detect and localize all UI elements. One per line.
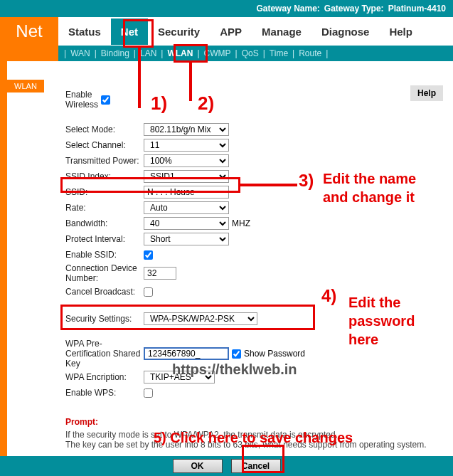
enable-wireless-checkbox[interactable] bbox=[101, 95, 110, 105]
main-nav: Net Status Net Security APP Manage Diagn… bbox=[0, 17, 453, 46]
tab-diagnose[interactable]: Diagnose bbox=[311, 18, 380, 45]
wpa-encryption-label: WPA Encription: bbox=[65, 372, 144, 382]
ssid-index-dropdown[interactable]: SSID1 bbox=[144, 170, 229, 183]
prompt-title: Prompt: bbox=[65, 417, 446, 427]
wlan-badge[interactable]: WLAN bbox=[7, 80, 44, 92]
brand-logo: Net bbox=[0, 17, 58, 46]
enable-wps-label: Enable WPS: bbox=[65, 388, 144, 398]
protect-interval-label: Protect Interval: bbox=[65, 234, 144, 244]
subnav-route[interactable]: Route bbox=[296, 46, 324, 60]
gateway-type-label: Gateway Type: bbox=[324, 4, 384, 14]
subnav-cwmp[interactable]: CWMP bbox=[201, 46, 234, 60]
tab-help[interactable]: Help bbox=[379, 18, 422, 45]
tab-security[interactable]: Security bbox=[148, 18, 210, 45]
subnav-lan[interactable]: LAN bbox=[137, 46, 159, 60]
select-mode-label: Select Mode: bbox=[65, 125, 144, 134]
prompt-block: Prompt: If the security mode is set to W… bbox=[65, 417, 446, 450]
gateway-type-value: Platinum-4410 bbox=[388, 4, 446, 14]
subnav-qos[interactable]: QoS bbox=[239, 46, 262, 60]
rate-label: Rate: bbox=[65, 203, 144, 213]
cancel-broadcast-label: Cancel Broadcast: bbox=[65, 287, 144, 297]
prompt-line1: If the security mode is set to WPA/WPA2,… bbox=[65, 430, 446, 440]
bandwidth-dropdown[interactable]: 40 bbox=[144, 217, 229, 230]
content-area: WLAN Help Enable Wireless Select Mode: 8… bbox=[7, 61, 453, 469]
conn-device-label: Connection Device Number: bbox=[65, 263, 144, 283]
tab-status[interactable]: Status bbox=[58, 18, 111, 45]
subnav-gap bbox=[0, 46, 58, 61]
left-column: WLAN bbox=[7, 61, 58, 469]
top-bar: Gateway Name: Gateway Type: Platinum-441… bbox=[0, 0, 453, 17]
show-password-checkbox[interactable] bbox=[232, 349, 241, 359]
select-channel-dropdown[interactable]: 11 bbox=[144, 139, 229, 152]
select-channel-label: Select Channel: bbox=[65, 140, 144, 150]
tab-strip: Status Net Security APP Manage Diagnose … bbox=[58, 17, 453, 46]
cancel-button[interactable]: Cancel bbox=[231, 459, 281, 473]
select-mode-dropdown[interactable]: 802.11b/g/n Mix bbox=[144, 123, 229, 136]
row-enable-wireless: Enable Wireless bbox=[65, 90, 446, 110]
tab-manage[interactable]: Manage bbox=[252, 18, 311, 45]
subnav-wan[interactable]: WAN bbox=[68, 46, 93, 60]
body: WLAN Help Enable Wireless Select Mode: 8… bbox=[0, 61, 453, 469]
wpa-key-input[interactable] bbox=[144, 347, 229, 360]
bandwidth-unit: MHZ bbox=[232, 218, 250, 228]
tab-app[interactable]: APP bbox=[210, 18, 252, 45]
bottom-bar: OK Cancel bbox=[0, 456, 453, 476]
cancel-broadcast-checkbox[interactable] bbox=[144, 287, 153, 297]
form-zone: Help Enable Wireless Select Mode: 802.11… bbox=[58, 61, 453, 469]
tx-power-dropdown[interactable]: 100% bbox=[144, 154, 229, 167]
ssid-label: SSID: bbox=[65, 187, 144, 197]
rate-dropdown[interactable]: Auto bbox=[144, 201, 229, 214]
protect-interval-dropdown[interactable]: Short bbox=[144, 233, 229, 245]
watermark-url: https://theklweb.in bbox=[172, 361, 297, 378]
bandwidth-label: Bandwidth: bbox=[65, 218, 144, 228]
wpa-key-label: WPA Pre-Certification Shared Key bbox=[65, 339, 144, 369]
enable-ssid-checkbox[interactable] bbox=[144, 250, 153, 260]
enable-wps-checkbox[interactable] bbox=[144, 388, 153, 398]
ssid-input[interactable] bbox=[144, 186, 229, 199]
help-pill[interactable]: Help bbox=[410, 85, 443, 101]
subnav: | WAN | Binding | LAN | WLAN | CWMP | Qo… bbox=[58, 46, 453, 61]
subnav-time[interactable]: Time bbox=[267, 46, 291, 60]
tx-power-label: Transmitted Power: bbox=[65, 156, 144, 166]
subnav-wlan[interactable]: WLAN bbox=[164, 46, 196, 60]
left-orange-strip bbox=[0, 61, 7, 469]
tab-net[interactable]: Net bbox=[111, 18, 148, 45]
enable-ssid-label: Enable SSID: bbox=[65, 250, 144, 260]
enable-wireless-label: Enable Wireless bbox=[65, 90, 101, 110]
security-settings-label: Security Settings: bbox=[65, 314, 144, 324]
prompt-line2: The key can be set by the user into 8 bi… bbox=[65, 440, 446, 450]
conn-device-input[interactable] bbox=[144, 267, 176, 280]
ok-button[interactable]: OK bbox=[173, 459, 223, 473]
subnav-binding[interactable]: Binding bbox=[98, 46, 132, 60]
ssid-index-label: SSID Index: bbox=[65, 171, 144, 181]
show-password-label: Show Password bbox=[244, 349, 305, 359]
gateway-name-label: Gateway Name: bbox=[256, 4, 319, 14]
security-settings-dropdown[interactable]: WPA-PSK/WPA2-PSK bbox=[144, 312, 257, 325]
subnav-row: | WAN | Binding | LAN | WLAN | CWMP | Qo… bbox=[0, 46, 453, 61]
